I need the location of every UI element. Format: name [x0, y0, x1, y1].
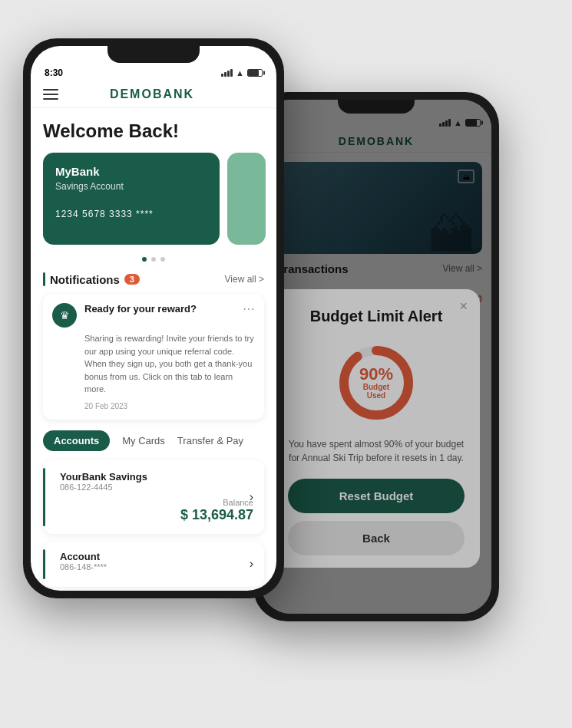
- donut-chart: 90% Budget Used: [334, 341, 418, 425]
- signal-icon: [221, 69, 233, 77]
- bank-card-secondary[interactable]: [227, 153, 266, 245]
- dot-2: [151, 257, 156, 262]
- notification-card: ♛ Ready for your reward? ⋯ Sharing is re…: [43, 294, 264, 420]
- notification-menu-button[interactable]: ⋯: [243, 303, 255, 315]
- notification-date: 20 Feb 2023: [84, 402, 255, 410]
- welcome-heading: Welcome Back!: [43, 120, 264, 142]
- tab-transfer-pay[interactable]: Transfer & Pay: [177, 435, 243, 446]
- donut-label: Budget Used: [355, 383, 398, 400]
- dot-3: [160, 257, 165, 262]
- modal-title: Budget Limit Alert: [288, 308, 465, 325]
- tab-my-cards[interactable]: My Cards: [122, 435, 165, 446]
- account-number-2: 086-148-****: [60, 562, 253, 572]
- menu-button[interactable]: [43, 89, 58, 100]
- notification-body: Sharing is rewarding! Invite your friend…: [84, 332, 255, 396]
- back-phone: ▲ DEMOBANK Transactions: [253, 92, 499, 621]
- tab-accounts[interactable]: Accounts: [43, 430, 110, 451]
- notifications-view-all[interactable]: View all >: [225, 274, 264, 285]
- front-phone: 8:30 ▲ DEMOBANK: [23, 38, 284, 598]
- notification-title: Ready for your reward?: [84, 303, 235, 315]
- account-bar: [43, 468, 45, 526]
- card-carousel: MyBank Savings Account 1234 5678 3333 **…: [43, 153, 264, 245]
- account-chevron-icon-2: ›: [250, 557, 253, 571]
- balance-amount: $ 13,694.87: [180, 507, 253, 523]
- budget-alert-modal: × Budget Limit Alert 90% Budget Used: [273, 289, 480, 568]
- account-row-1[interactable]: YourBank Savings 086-122-4445 Balance $ …: [43, 460, 264, 534]
- carousel-dots: [43, 257, 264, 262]
- modal-description: You have spent almost 90% of your budget…: [288, 437, 465, 465]
- modal-close-button[interactable]: ×: [459, 298, 468, 315]
- donut-percent: 90%: [355, 366, 398, 383]
- notifications-header: Notifications 3 View all >: [43, 272, 264, 286]
- account-tabs: Accounts My Cards Transfer & Pay: [43, 430, 264, 451]
- account-bar-2: [43, 549, 45, 579]
- status-icons: ▲: [221, 68, 263, 77]
- card-account-type: Savings Account: [55, 181, 207, 192]
- card-number: 1234 5678 3333 ****: [55, 209, 207, 219]
- crown-icon: ♛: [60, 309, 70, 321]
- notification-icon: ♛: [52, 303, 77, 328]
- notification-header: ♛ Ready for your reward? ⋯: [52, 303, 255, 328]
- notch: [107, 46, 200, 63]
- donut-center: 90% Budget Used: [355, 366, 398, 400]
- section-bar: [43, 272, 45, 286]
- card-bank-name: MyBank: [55, 165, 207, 178]
- notification-badge: 3: [124, 274, 140, 285]
- donut-chart-container: 90% Budget Used: [288, 341, 465, 425]
- account-number: 086-122-4445: [60, 483, 253, 492]
- app-content: Welcome Back! MyBank Savings Account 123…: [31, 108, 276, 591]
- account-name: YourBank Savings: [60, 471, 253, 483]
- notifications-title: Notifications: [50, 273, 120, 286]
- app-title: DEMOBANK: [110, 87, 194, 101]
- status-time: 8:30: [45, 68, 63, 78]
- dot-1: [142, 257, 147, 262]
- bank-card-primary[interactable]: MyBank Savings Account 1234 5678 3333 **…: [43, 153, 220, 245]
- back-button[interactable]: Back: [288, 521, 465, 555]
- app-header: DEMOBANK: [31, 81, 276, 108]
- back-notch: [338, 100, 415, 114]
- battery-icon: [247, 69, 263, 77]
- account-row-2[interactable]: Account 086-148-**** ›: [43, 542, 264, 587]
- notifications-title-wrap: Notifications 3: [43, 272, 140, 286]
- reset-budget-button[interactable]: Reset Budget: [288, 479, 465, 513]
- balance-section: Balance $ 13,694.87: [60, 498, 253, 523]
- account-name-2: Account: [60, 551, 253, 562]
- account-chevron-icon: ›: [250, 490, 253, 504]
- wifi-icon: ▲: [236, 68, 244, 77]
